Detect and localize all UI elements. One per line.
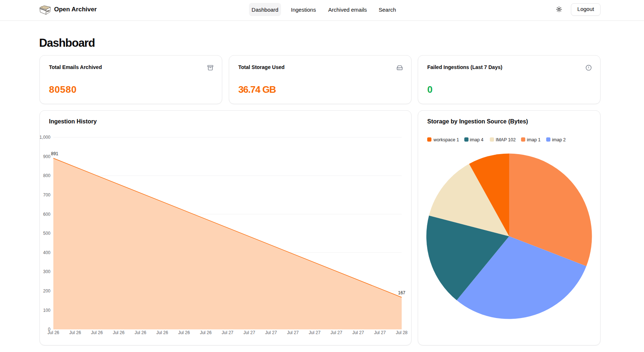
svg-text:300: 300: [43, 269, 50, 274]
svg-text:Jul 27: Jul 27: [374, 330, 386, 335]
svg-text:Jul 26: Jul 26: [113, 330, 125, 335]
svg-text:Jul 26: Jul 26: [91, 330, 103, 335]
svg-text:500: 500: [43, 231, 50, 236]
svg-text:imap 2: imap 2: [552, 137, 566, 142]
svg-text:100: 100: [43, 308, 50, 313]
svg-text:700: 700: [43, 192, 50, 198]
svg-text:891: 891: [51, 151, 58, 156]
svg-text:400: 400: [43, 250, 50, 255]
svg-text:Jul 26: Jul 26: [135, 330, 146, 335]
svg-text:167: 167: [398, 290, 405, 295]
svg-text:IMAP 102: IMAP 102: [496, 137, 516, 142]
svg-text:Jul 27: Jul 27: [352, 330, 364, 335]
svg-text:Jul 27: Jul 27: [265, 330, 277, 335]
svg-text:Jul 27: Jul 27: [221, 330, 233, 335]
svg-text:imap 1: imap 1: [527, 137, 541, 142]
svg-text:1,000: 1,000: [40, 135, 50, 140]
svg-text:Jul 26: Jul 26: [178, 330, 190, 335]
svg-text:Jul 28: Jul 28: [396, 330, 408, 335]
svg-text:600: 600: [43, 212, 50, 217]
svg-text:Jul 26: Jul 26: [200, 330, 212, 335]
svg-text:Jul 26: Jul 26: [69, 330, 81, 335]
svg-text:imap 4: imap 4: [470, 137, 484, 142]
svg-text:Jul 27: Jul 27: [287, 330, 299, 335]
svg-text:workspace 1: workspace 1: [433, 137, 459, 142]
svg-text:Jul 27: Jul 27: [330, 330, 342, 335]
svg-text:800: 800: [43, 173, 50, 178]
svg-text:Jul 27: Jul 27: [309, 330, 321, 335]
svg-text:Jul 26: Jul 26: [48, 330, 59, 335]
svg-text:Jul 26: Jul 26: [156, 330, 168, 335]
svg-text:Jul 27: Jul 27: [243, 330, 255, 335]
svg-text:200: 200: [43, 288, 50, 294]
svg-text:900: 900: [43, 154, 50, 159]
